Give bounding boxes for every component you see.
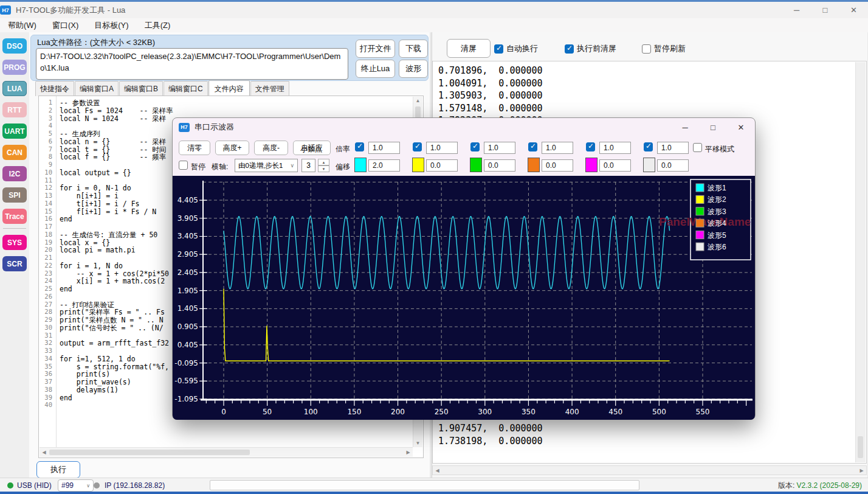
channel-6-gain-input[interactable]: 1.0 [657,142,689,154]
sidebar-item-spi[interactable]: SPI [2,187,27,203]
oscilloscope-titlebar[interactable]: H7 串口示波器 ─ □ ✕ [173,118,755,136]
scroll-left-icon[interactable]: ◀ [433,468,442,473]
sidebar-item-prog[interactable]: PROG [2,60,27,75]
sidebar-item-trace[interactable]: Trace [2,209,27,224]
channel-2-gain-input[interactable]: 1.0 [426,142,458,154]
file-path-input[interactable]: D:\H7-TOOL\2.32\h7toolPC_release(2.3.2a)… [36,48,348,80]
scroll-thumb[interactable] [49,450,250,455]
tab-编辑窗口C[interactable]: 编辑窗口C [164,81,208,96]
scroll-down-icon[interactable]: ▼ [413,440,422,446]
spinner-down-icon[interactable]: ▼ [318,165,329,172]
line-number: 14 [39,200,52,207]
channel-2-offset-input[interactable]: 0.0 [426,159,458,172]
sidebar-item-dso[interactable]: DSO [2,38,27,54]
channel-4-enable-checkbox[interactable] [528,142,537,151]
scroll-right-icon[interactable]: ▶ [404,450,413,455]
clear-screen-button[interactable]: 清屏 [447,39,491,58]
sidebar-item-scr[interactable]: SCR [2,256,27,271]
output-horizontal-scrollbar[interactable]: ◀ ▶ [432,465,867,475]
scroll-right-icon[interactable]: ▶ [857,468,866,473]
oscilloscope-chart[interactable]: 4.4053.9053.4052.9052.4051.9051.4050.905… [173,176,755,420]
scroll-thumb[interactable] [858,436,863,458]
scroll-left-icon[interactable]: ◀ [40,450,49,455]
svg-text:-0.095: -0.095 [174,359,198,367]
haxis-label: 横轴: [212,162,228,172]
channel-5-color-swatch[interactable] [585,158,598,172]
line-number: 25 [39,285,52,293]
option-执行前清屏[interactable]: 执行前清屏 [565,43,616,54]
download-button[interactable]: 下载 [399,40,428,58]
line-number: 11 [39,176,52,184]
tab-文件内容[interactable]: 文件内容 [208,80,250,97]
minimize-icon[interactable]: ─ [782,5,811,15]
option-自动换行[interactable]: 自动换行 [494,43,538,54]
menu-item-目标板(Y)[interactable]: 目标板(Y) [86,20,136,31]
output-line: 1.579148, 0.000000 [438,102,854,115]
checkbox-icon[interactable] [494,44,503,54]
sidebar-item-lua[interactable]: LUA [2,81,27,96]
svg-text:400: 400 [565,408,579,416]
channel-5-offset-input[interactable]: 0.0 [599,159,631,172]
editor-horizontal-scrollbar[interactable]: ◀ ▶ [40,447,413,457]
checkbox-icon[interactable] [565,44,574,54]
sidebar-item-can[interactable]: CAN [2,145,27,160]
menu-item-窗口(X)[interactable]: 窗口(X) [44,20,86,31]
line-text: local x = {} [60,238,110,246]
menu-item-工具(Z)[interactable]: 工具(Z) [137,20,179,31]
channel-1-offset-input[interactable]: 2.0 [368,159,400,172]
stop-lua-button[interactable]: 终止Lua [356,60,395,78]
open-file-button[interactable]: 打开文件 [356,40,395,58]
scroll-up-icon[interactable]: ▲ [413,98,422,103]
channel-3-color-swatch[interactable] [470,158,482,172]
channel-4-offset-input[interactable]: 0.0 [542,159,573,172]
channel-1-gain-input[interactable]: 1.0 [368,142,400,154]
menu-item-帮助(W)[interactable]: 帮助(W) [0,20,44,31]
close-icon[interactable]: ✕ [727,123,755,132]
maximize-icon[interactable]: □ [699,123,727,132]
channel-3-gain-input[interactable]: 1.0 [484,142,515,154]
channel-1-color-swatch[interactable] [354,158,367,172]
minimize-icon[interactable]: ─ [671,123,699,132]
haxis-select[interactable]: 由0递增,步长1 ∨ [235,159,298,172]
channel-2-enable-checkbox[interactable] [413,142,422,151]
decimal-value-box[interactable]: 3 [301,159,315,172]
tab-文件管理[interactable]: 文件管理 [250,81,289,96]
channel-6-offset-input[interactable]: 0.0 [657,159,689,172]
channel-6-enable-checkbox[interactable] [644,142,653,151]
channel-6-color-swatch[interactable] [643,158,655,172]
option-暂停刷新[interactable]: 暂停刷新 [642,43,686,54]
svg-text:波形1: 波形1 [708,184,726,192]
maximize-icon[interactable]: □ [811,5,839,15]
channel-1-enable-checkbox[interactable] [355,142,364,151]
pause-checkbox[interactable] [179,161,188,170]
close-icon[interactable]: ✕ [839,5,868,15]
channel-5-enable-checkbox[interactable] [586,142,595,151]
pan-mode-checkbox[interactable] [693,143,702,152]
channel-4-gain-input[interactable]: 1.0 [542,142,573,154]
menubar: 帮助(W)窗口(X)目标板(Y)工具(Z) [0,18,868,33]
sidebar-item-sys[interactable]: SYS [2,235,27,250]
wave-button[interactable]: 波形 [399,60,428,78]
height-plus-button[interactable]: 高度+ [215,141,249,155]
line-text: -- 参数设置 [60,99,100,106]
channel-4-color-swatch[interactable] [528,158,540,172]
channel-3-offset-input[interactable]: 0.0 [484,159,515,172]
main-titlebar[interactable]: H7 H7-TOOL多功能开发工具 - Lua ─ □ ✕ [0,2,868,18]
output-vertical-scrollbar[interactable] [855,62,866,462]
height-minus-button[interactable]: 高度- [254,141,288,155]
run-button[interactable]: 执行 [36,461,80,478]
tab-快捷指令[interactable]: 快捷指令 [35,81,74,96]
tab-编辑窗口B[interactable]: 编辑窗口B [119,81,163,96]
spinner-up-icon[interactable]: ▲ [318,159,329,165]
channel-2-color-swatch[interactable] [412,158,424,172]
sidebar-item-uart[interactable]: UART [2,124,27,139]
editor-tabs: 快捷指令编辑窗口A编辑窗口B编辑窗口C文件内容文件管理 [35,82,290,96]
checkbox-icon[interactable] [642,44,651,54]
channel-5-gain-input[interactable]: 1.0 [599,142,631,154]
channel-3-enable-checkbox[interactable] [470,142,480,151]
zero-button[interactable]: 清零 [179,141,210,155]
tab-编辑窗口A[interactable]: 编辑窗口A [75,81,119,96]
device-number-select[interactable]: #99 ∨ [58,479,94,492]
sidebar-item-rtt[interactable]: RTT [2,102,27,117]
sidebar-item-i2c[interactable]: I2C [2,166,27,181]
